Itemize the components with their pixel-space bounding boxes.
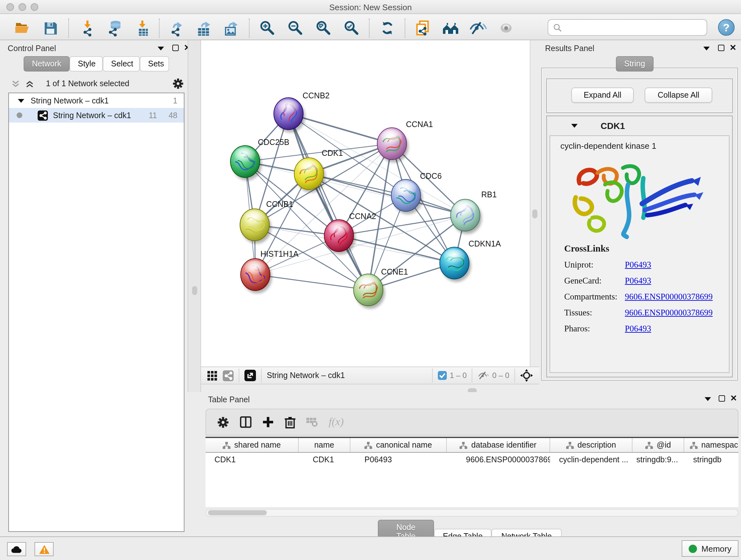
expand-all-button[interactable]: Expand All	[571, 87, 634, 103]
tab-sets[interactable]: Sets	[140, 56, 169, 71]
column-header-name[interactable]: name	[299, 438, 350, 452]
scrollbar-thumb[interactable]	[208, 510, 267, 515]
table-options-gear-icon[interactable]	[217, 416, 229, 428]
export-table-button[interactable]	[193, 19, 214, 37]
network-row-selected[interactable]: String Network – cdk1 11 48	[9, 108, 184, 123]
birds-eye-view-icon[interactable]	[520, 369, 533, 382]
save-session-button[interactable]	[40, 19, 61, 37]
gene-name: CDK1	[601, 121, 625, 131]
grid-view-icon[interactable]	[207, 371, 217, 380]
houses-icon	[442, 20, 460, 36]
network-edge-CCNB2-CCNE1[interactable]	[288, 114, 368, 290]
network-collection-row[interactable]: String Network – cdk1 1	[9, 93, 184, 108]
crosslink-uniprot-link[interactable]: P06493	[625, 260, 651, 270]
crosslink-pharos-link[interactable]: P06493	[625, 324, 651, 334]
network-view-panel: CCNB2CCNA1CDC25BCDK1CDC6RB1CCNB1CCNA2CDK…	[201, 40, 539, 392]
open-in-window-icon[interactable]	[245, 370, 256, 381]
splitter-handle[interactable]	[532, 209, 537, 219]
table-panel-float-icon[interactable]	[719, 395, 725, 401]
column-header-canonical-name[interactable]: canonical name	[350, 438, 447, 452]
tab-select[interactable]: Select	[103, 56, 140, 71]
network-node-CDK1[interactable]: CDK1	[294, 148, 343, 192]
warnings-button[interactable]	[35, 542, 54, 556]
network-node-CDKN1A[interactable]: CDKN1A	[440, 239, 501, 282]
collapse-all-networks-icon[interactable]	[11, 80, 20, 88]
apply-layout-button[interactable]	[377, 19, 398, 37]
network-node-label-CCNB1: CCNB1	[266, 199, 293, 208]
network-status-bar: String Network – cdk1 1 – 0 0 – 0	[201, 367, 539, 384]
crosslink-label: Uniprot:	[564, 260, 625, 270]
gene-section-header[interactable]: CDK1	[547, 116, 732, 135]
hidden-node-edge-counts: 0 – 0	[492, 371, 509, 380]
collection-expand-icon[interactable]	[18, 99, 24, 103]
zoom-in-button[interactable]	[257, 19, 278, 37]
control-panel-float-icon[interactable]	[172, 45, 179, 51]
export-image-button[interactable]	[220, 19, 242, 37]
column-header-shared-name[interactable]: shared name	[205, 438, 299, 452]
show-columns-icon[interactable]	[240, 416, 252, 428]
table-panel: Table Panel ✕ f(	[188, 392, 741, 537]
network-node-CCNB2[interactable]: CCNB2	[274, 91, 330, 132]
table-panel-menu-icon[interactable]	[704, 397, 711, 401]
collapse-all-button[interactable]: Collapse All	[645, 87, 712, 103]
open-file-button[interactable]	[11, 19, 33, 37]
table-horizontal-scrollbar[interactable]	[205, 509, 738, 516]
tab-string[interactable]: String	[616, 56, 653, 71]
network-edge-CDK1-RB1[interactable]	[309, 174, 465, 215]
show-all-button[interactable]	[495, 19, 517, 37]
zoom-out-button[interactable]	[285, 19, 307, 37]
network-node-RB1[interactable]: RB1	[451, 190, 497, 234]
splitter-handle[interactable]	[192, 286, 197, 295]
column-header-database-identifier[interactable]: database identifier	[447, 438, 550, 452]
network-options-gear-icon[interactable]	[172, 78, 184, 89]
expand-all-networks-icon[interactable]	[25, 80, 34, 88]
import-table-button[interactable]	[131, 19, 153, 37]
zoom-fit-button[interactable]	[313, 19, 334, 37]
control-panel-menu-icon[interactable]	[158, 47, 164, 51]
selected-checkbox-icon[interactable]	[437, 371, 447, 380]
network-node-CCNA1[interactable]: CCNA1	[377, 120, 433, 163]
network-node-HIST1H1A[interactable]: HIST1H1A	[241, 249, 299, 294]
cell-namespace: stringdb	[684, 455, 738, 464]
network-edge-HIST1H1A-CCNE1[interactable]	[255, 274, 368, 290]
results-panel-close-icon[interactable]: ✕	[730, 45, 737, 51]
network-edge-CCNA2-CDKN1A[interactable]	[339, 236, 455, 263]
crosslink-genecard-link[interactable]: P06493	[625, 276, 651, 286]
memory-button[interactable]: Memory	[682, 540, 738, 557]
import-network-icon	[79, 20, 96, 37]
network-node-CCNE1[interactable]: CCNE1	[354, 267, 408, 309]
tab-style[interactable]: Style	[70, 56, 103, 71]
results-panel-float-icon[interactable]	[718, 45, 724, 51]
column-header-id[interactable]: @id	[632, 438, 684, 452]
search-input[interactable]	[548, 19, 707, 36]
network-node-label-CDK1: CDK1	[322, 148, 343, 158]
tab-network[interactable]: Network	[23, 56, 70, 71]
zoom-selected-button[interactable]	[341, 19, 362, 37]
cloud-status-button[interactable]	[7, 542, 26, 556]
export-network-button[interactable]	[165, 19, 187, 37]
import-network-file-button[interactable]	[77, 19, 98, 37]
table-toolbar: f(x)	[205, 409, 738, 435]
import-network-database-button[interactable]	[104, 19, 126, 37]
results-panel-menu-icon[interactable]	[703, 47, 710, 51]
network-node-CCNB1[interactable]: CCNB1	[240, 199, 293, 244]
column-header-description[interactable]: description	[550, 438, 632, 452]
hide-selected-button[interactable]	[467, 19, 489, 37]
hidden-eye-slash-icon	[478, 371, 489, 380]
crosslink-compartments-link[interactable]: 9606.ENSP00000378699	[625, 292, 713, 302]
network-canvas[interactable]: CCNB2CCNA1CDC25BCDK1CDC6RB1CCNB1CCNA2CDK…	[201, 40, 530, 367]
help-button[interactable]: ?	[718, 19, 735, 36]
column-header-namespace[interactable]: namespace	[684, 438, 738, 452]
clone-network-button[interactable]	[412, 19, 433, 37]
table-row[interactable]: CDK1 CDK1 P06493 9606.ENSP00000378699 cy…	[205, 453, 738, 467]
delete-column-icon[interactable]	[285, 416, 295, 428]
network-graph[interactable]: CCNB2CCNA1CDC25BCDK1CDC6RB1CCNB1CCNA2CDK…	[201, 40, 530, 367]
crosslink-tissues-link[interactable]: 9606.ENSP00000378699	[625, 308, 713, 318]
network-node-CDC25B[interactable]: CDC25B	[230, 138, 289, 180]
network-selection-status: 1 of 1 Network selected	[46, 79, 129, 88]
gene-collapse-icon[interactable]	[571, 124, 578, 128]
network-view-icon[interactable]	[223, 370, 233, 381]
first-neighbors-button[interactable]	[440, 19, 461, 37]
add-column-icon[interactable]	[262, 416, 274, 428]
table-panel-close-icon[interactable]: ✕	[730, 395, 737, 401]
